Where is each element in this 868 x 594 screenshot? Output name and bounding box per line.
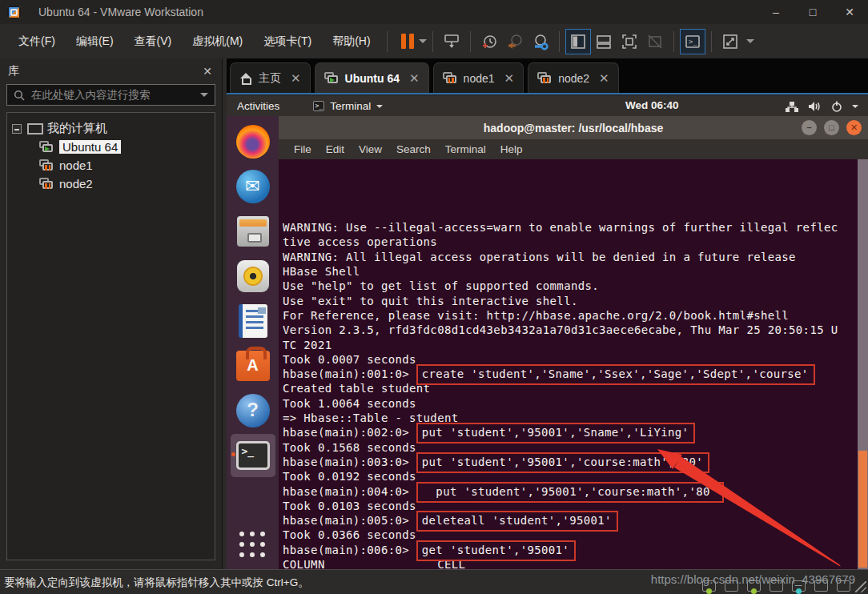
console-view-button[interactable]: >_: [680, 29, 705, 54]
terminal-close-button[interactable]: ✕: [846, 120, 862, 135]
close-icon[interactable]: ✕: [203, 65, 212, 78]
terminal-line: WARNING: All illegal access operations w…: [283, 250, 857, 264]
close-icon[interactable]: ✕: [599, 71, 609, 86]
terminal-maximize-button[interactable]: □: [824, 120, 839, 135]
dock-ubuntu-software[interactable]: [231, 344, 275, 387]
tree-item-node2[interactable]: node2: [12, 175, 210, 193]
pause-button[interactable]: [401, 34, 427, 49]
menu-tabs[interactable]: 选项卡(T): [253, 30, 322, 54]
terminal-window[interactable]: hadoop@master: /usr/local/hbase – □ ✕ Fi…: [279, 116, 868, 569]
terminal-minimize-button[interactable]: –: [802, 120, 817, 135]
terminal-menu-view[interactable]: View: [352, 143, 389, 155]
toolbar-separator: [711, 31, 712, 52]
dock-libreoffice-writer[interactable]: [231, 299, 275, 343]
terminal-menu-terminal[interactable]: Terminal: [438, 143, 493, 155]
tab-node1[interactable]: node1 ✕: [433, 62, 524, 93]
terminal-line: hbase(main):001:0> create 'student','Sna…: [283, 367, 857, 381]
unity-mode-button: [642, 29, 668, 54]
close-icon[interactable]: ✕: [409, 71, 420, 86]
tab-label: node1: [464, 72, 495, 85]
usb-icon[interactable]: [770, 580, 783, 592]
tree-item-ubuntu64[interactable]: Ubuntu 64: [12, 138, 210, 156]
hard-disk-icon[interactable]: [702, 580, 716, 592]
toolbar-separator: [470, 31, 471, 52]
help-icon: [236, 394, 270, 427]
tab-label: 主页: [259, 71, 281, 86]
highlight-box: put 'student','95001','course:math','80': [416, 482, 724, 503]
dock-terminal[interactable]: >_: [231, 434, 275, 477]
chevron-down-icon[interactable]: [419, 39, 427, 43]
search-input[interactable]: 在此处键入内容进行搜索: [6, 84, 215, 106]
terminal-line: Use "exit" to quit this interactive shel…: [283, 294, 857, 308]
terminal-menu-search[interactable]: Search: [389, 143, 438, 155]
terminal-menu-edit[interactable]: Edit: [319, 143, 352, 155]
terminal-output[interactable]: WARNING: Use --illegal-access=warn to en…: [279, 159, 868, 569]
focused-app-menu[interactable]: >_ Terminal: [313, 100, 383, 112]
terminal-menu-file[interactable]: File: [287, 143, 319, 155]
tree-item-node1[interactable]: node1: [12, 156, 210, 175]
terminal-menu-help[interactable]: Help: [493, 143, 530, 155]
vm-paused-icon: [39, 178, 54, 190]
resize-grip[interactable]: [855, 581, 866, 592]
cd-rom-icon[interactable]: [725, 580, 738, 592]
take-snapshot-button[interactable]: [476, 29, 502, 54]
terminal-scrollbar[interactable]: [858, 159, 868, 569]
menu-help[interactable]: 帮助(H): [322, 30, 380, 54]
terminal-icon: >_: [236, 441, 270, 470]
terminal-line: Use "help" to get list of supported comm…: [283, 279, 857, 293]
close-icon[interactable]: ✕: [291, 71, 301, 86]
minimize-button[interactable]: –: [757, 0, 794, 24]
close-button[interactable]: ✕: [831, 0, 868, 24]
menu-view[interactable]: 查看(V): [124, 30, 183, 54]
chevron-down-icon: [376, 105, 383, 108]
terminal-title: hadoop@master: /usr/local/hbase: [484, 122, 664, 134]
tree-item-my-computer[interactable]: 我的计算机: [12, 119, 210, 138]
network-icon: [786, 101, 798, 112]
dock-rhythmbox[interactable]: [231, 255, 275, 298]
status-hint: 要将输入定向到该虚拟机，请将鼠标指针移入其中或按 Ctrl+G。: [4, 576, 309, 590]
app-grid-icon: [239, 532, 267, 559]
collapse-icon[interactable]: [12, 124, 22, 134]
menu-file[interactable]: 文件(F): [8, 30, 66, 54]
chevron-down-icon[interactable]: [746, 39, 754, 43]
terminal-menubar: File Edit View Search Terminal Help: [279, 139, 868, 159]
dock-thunderbird[interactable]: [231, 165, 275, 208]
tab-home[interactable]: 主页 ✕: [230, 62, 311, 93]
ubuntu-top-bar: Activities >_ Terminal Wed 06:40: [227, 96, 868, 116]
system-tray[interactable]: [786, 96, 858, 116]
close-icon[interactable]: ✕: [504, 71, 515, 86]
printer-icon[interactable]: [814, 580, 828, 592]
revert-snapshot-button[interactable]: [502, 29, 528, 54]
dock-files[interactable]: [231, 210, 275, 253]
activities-button[interactable]: Activities: [237, 100, 279, 112]
scrollbar-thumb[interactable]: [858, 451, 867, 568]
firefox-icon: [236, 125, 270, 159]
dock-app-grid[interactable]: [231, 518, 275, 561]
show-thumbnail-bar-button[interactable]: [591, 29, 617, 54]
fullscreen-button[interactable]: [617, 29, 642, 54]
dock-firefox[interactable]: [231, 120, 275, 163]
network-adapter-icon[interactable]: [747, 580, 761, 592]
sound-icon[interactable]: [792, 580, 806, 592]
dock-help[interactable]: [231, 389, 275, 432]
vmware-menubar: 文件(F) 编辑(E) 查看(V) 虚拟机(M) 选项卡(T) 帮助(H) >_: [0, 24, 868, 58]
tab-node2[interactable]: node2 ✕: [528, 62, 619, 93]
display-icon[interactable]: [837, 580, 850, 592]
snapshot-manager-button[interactable]: [528, 29, 553, 54]
maximize-button[interactable]: □: [794, 0, 831, 24]
send-ctrl-alt-del-button[interactable]: [439, 29, 464, 54]
menu-edit[interactable]: 编辑(E): [66, 30, 124, 54]
vm-console[interactable]: Activities >_ Terminal Wed 06:40 >_ hado…: [227, 96, 868, 569]
vmware-titlebar: Ubuntu 64 - VMware Workstation – □ ✕: [0, 0, 868, 24]
power-icon: [831, 101, 842, 112]
chevron-down-icon[interactable]: [200, 93, 208, 97]
tab-ubuntu64[interactable]: Ubuntu 64 ✕: [315, 62, 429, 93]
device-status-icons[interactable]: [702, 580, 850, 592]
highlight-box: put 'student','95001','course:math','80': [416, 452, 709, 473]
toolbar-separator: [673, 31, 674, 52]
clock[interactable]: Wed 06:40: [625, 99, 679, 111]
enlarge-display-button[interactable]: [717, 29, 743, 54]
show-library-button[interactable]: [565, 29, 591, 54]
terminal-titlebar[interactable]: hadoop@master: /usr/local/hbase – □ ✕: [279, 116, 868, 139]
menu-vm[interactable]: 虚拟机(M): [182, 30, 253, 54]
